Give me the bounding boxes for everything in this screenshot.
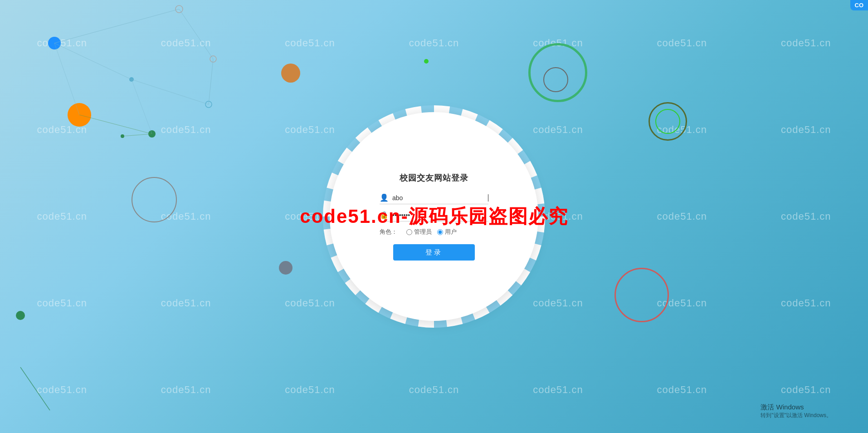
deco-circle-gray-mid — [132, 177, 177, 222]
svg-point-1 — [68, 103, 91, 127]
watermark-cell: code51.cn — [0, 0, 124, 87]
svg-line-15 — [132, 79, 152, 134]
windows-activation: 激活 Windows 转到"设置"以激活 Windows。 — [761, 403, 832, 419]
watermark-cell: code51.cn — [372, 346, 496, 433]
deco-circle-green-small — [424, 59, 429, 64]
network-graph — [0, 0, 249, 204]
radio-user-label: 用户 — [445, 228, 457, 236]
svg-point-2 — [176, 5, 183, 13]
svg-point-4 — [205, 101, 212, 108]
role-radio-group[interactable]: 管理员 用户 — [406, 228, 457, 236]
deco-circle-green-bottom — [16, 311, 25, 320]
radio-admin-input[interactable] — [406, 229, 412, 235]
radio-admin[interactable]: 管理员 — [406, 228, 432, 236]
deco-circle-green-outline-large — [528, 43, 587, 102]
svg-line-12 — [132, 79, 209, 104]
radio-admin-label: 管理员 — [414, 228, 432, 236]
watermark-cell: code51.cn — [496, 0, 620, 87]
gear-circle: 校园交友网站登录 👤 🔒 角色： 管理员 — [330, 112, 538, 321]
watermark-cell: code51.cn — [0, 260, 124, 346]
cursor-indicator — [488, 194, 488, 202]
watermark-cell: code51.cn — [372, 0, 496, 87]
win-activate-line2: 转到"设置"以激活 Windows。 — [761, 412, 832, 419]
watermark-cell: code51.cn — [124, 87, 248, 173]
role-label: 角色： — [380, 228, 397, 236]
watermark-cell: code51.cn — [124, 260, 248, 346]
svg-line-16 — [54, 43, 79, 115]
watermark-cell: code51.cn — [0, 87, 124, 173]
password-row[interactable]: 🔒 — [380, 211, 488, 221]
svg-point-7 — [121, 134, 124, 138]
login-title: 校园交友网站登录 — [400, 172, 468, 183]
svg-line-17 — [20, 367, 50, 410]
radio-user-input[interactable] — [437, 229, 443, 235]
watermark-cell: code51.cn — [744, 0, 868, 87]
watermark-cell: code51.cn — [620, 260, 744, 346]
login-card: 校园交友网站登录 👤 🔒 角色： 管理员 — [352, 135, 516, 298]
lock-icon: 🔒 — [380, 211, 389, 219]
password-input[interactable] — [392, 212, 488, 219]
watermark-cell: code51.cn — [0, 173, 124, 260]
user-icon: 👤 — [380, 193, 389, 202]
username-row[interactable]: 👤 — [380, 193, 488, 204]
svg-line-13 — [79, 115, 152, 134]
radio-user[interactable]: 用户 — [437, 228, 457, 236]
deco-circle-red-outline — [614, 268, 669, 322]
watermark-cell: code51.cn — [744, 346, 868, 433]
svg-line-9 — [179, 9, 213, 59]
watermark-cell: code51.cn — [124, 0, 248, 87]
watermark-cell: code51.cn — [744, 260, 868, 346]
svg-line-14 — [122, 134, 152, 136]
top-right-badge: CO — [850, 0, 868, 10]
svg-point-0 — [48, 37, 61, 49]
svg-line-10 — [209, 59, 213, 104]
deco-circle-gray-outline-small — [543, 67, 568, 92]
deco-circle-olive-outer — [649, 102, 687, 141]
watermark-cell: code51.cn — [620, 346, 744, 433]
watermark-cell: code51.cn — [0, 346, 124, 433]
login-overlay: 校园交友网站登录 👤 🔒 角色： 管理员 — [330, 112, 538, 321]
watermark-cell: code51.cn — [620, 0, 744, 87]
username-input[interactable] — [392, 194, 488, 202]
svg-line-8 — [54, 9, 179, 43]
login-button[interactable]: 登录 — [393, 244, 475, 261]
svg-point-3 — [210, 56, 216, 62]
svg-line-11 — [54, 43, 132, 79]
role-row: 角色： 管理员 用户 — [380, 228, 488, 236]
bottom-line-svg — [0, 365, 91, 433]
watermark-cell: code51.cn — [124, 173, 248, 260]
svg-point-5 — [129, 77, 134, 82]
watermark-cell: code51.cn — [496, 346, 620, 433]
deco-circle-lime-inner — [655, 109, 680, 134]
watermark-cell: code51.cn — [620, 87, 744, 173]
svg-point-6 — [148, 130, 156, 138]
deco-circle-gray — [279, 261, 293, 275]
win-activate-line1: 激活 Windows — [761, 403, 832, 412]
watermark-cell: code51.cn — [124, 346, 248, 433]
watermark-cell: code51.cn — [744, 173, 868, 260]
watermark-cell: code51.cn — [248, 346, 372, 433]
watermark-cell: code51.cn — [620, 173, 744, 260]
watermark-cell: code51.cn — [248, 0, 372, 87]
watermark-cell: code51.cn — [744, 87, 868, 173]
deco-circle-brown — [281, 64, 300, 83]
